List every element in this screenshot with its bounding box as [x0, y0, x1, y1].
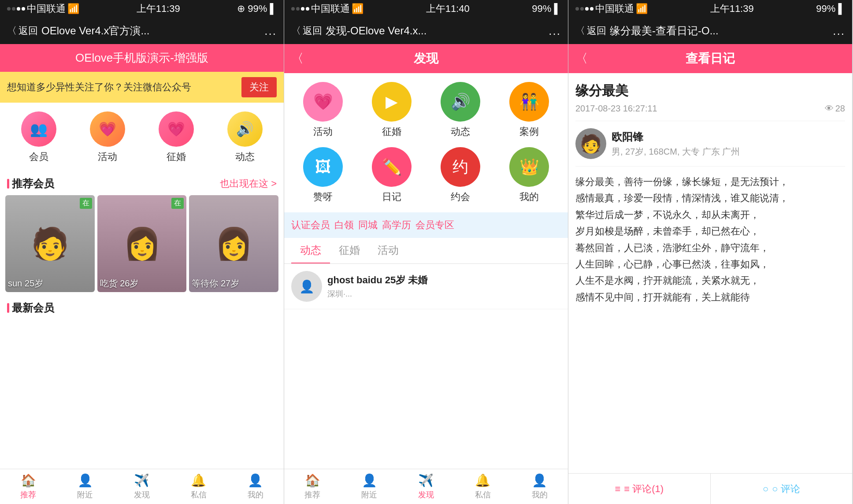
filter-vip[interactable]: 会员专区 — [415, 219, 454, 232]
tab-home-1[interactable]: 🏠 推荐 — [0, 469, 57, 504]
discover-case[interactable]: 👫 案例 — [501, 82, 558, 138]
icon-dynamic[interactable]: 🔊 动态 — [227, 111, 263, 163]
diary-views-count: 28 — [835, 104, 845, 114]
discover-praise[interactable]: 🖼 赞呀 — [294, 147, 352, 204]
discover-mine[interactable]: 👑 我的 — [501, 147, 558, 204]
dot2-2 — [296, 7, 300, 11]
filter-white-collar[interactable]: 白领 — [334, 219, 354, 232]
add-comment-button[interactable]: ○ ○ 评论 — [711, 474, 853, 504]
tab-message-2[interactable]: 🔔 私信 — [454, 469, 511, 504]
filter-local[interactable]: 同城 — [358, 219, 378, 232]
signal-dots-1 — [7, 7, 25, 11]
filter-educated[interactable]: 高学历 — [382, 219, 411, 232]
phone-3: 中国联通 📶 上午11:39 99% ▌ 〈 返回 缘分最美-查看日记-O...… — [568, 0, 853, 504]
member-photo-1[interactable]: 🧑 在 sun 25岁 — [5, 195, 95, 292]
recommend-link[interactable]: 也出现在这 > — [220, 177, 277, 190]
mine-circle: 👑 — [509, 147, 549, 187]
tab-discover-1[interactable]: ✈️ 发现 — [114, 469, 171, 504]
member-photo-2[interactable]: 👩 在 吃货 26岁 — [97, 195, 187, 292]
tab-home-2[interactable]: 🏠 推荐 — [284, 469, 341, 504]
tab-message-label-2: 私信 — [475, 489, 491, 500]
discover-row-2: 🖼 赞呀 ✏️ 日记 约 约会 👑 我的 — [289, 147, 564, 204]
tab-discover-2[interactable]: ✈️ 发现 — [398, 469, 455, 504]
time-3: 上午11:39 — [710, 2, 754, 15]
back-label-2: 返回 — [303, 24, 322, 37]
home-icon-1: 🏠 — [21, 473, 36, 488]
status-bar-1: 中国联通 📶 上午11:39 ⊕ 99% ▌ — [0, 0, 284, 18]
tab-message-1[interactable]: 🔔 私信 — [170, 469, 227, 504]
tab-nearby-1[interactable]: 👤 附近 — [57, 469, 114, 504]
comments-list-button[interactable]: ≡ ≡ 评论(1) — [568, 474, 711, 504]
status-right-2: 99% ▌ — [532, 3, 561, 15]
marriage-disc-label: 征婚 — [382, 125, 401, 138]
feed-scroll[interactable]: 👤 ghost baidu 25岁 未婚 深圳·... — [284, 264, 568, 469]
wifi-icon-2: 📶 — [352, 3, 363, 15]
member-name-1: sun 25岁 — [8, 278, 43, 289]
member-name-3: 等待你 27岁 — [192, 278, 239, 289]
home-icon-2: 🏠 — [305, 473, 320, 488]
discover-icon-2: ✈️ — [418, 473, 434, 488]
member-label: 会员 — [29, 150, 48, 163]
signal-dots-2 — [291, 7, 309, 11]
more-button-3[interactable]: ... — [833, 24, 845, 38]
discover-title: 发现 — [414, 50, 438, 67]
tab-marriage[interactable]: 征婚 — [330, 238, 369, 263]
marriage-label: 征婚 — [167, 150, 186, 163]
status-left-1: 中国联通 📶 — [7, 2, 79, 15]
discover-back-arrow[interactable]: 〈 — [291, 50, 304, 67]
activity-label: 活动 — [98, 150, 117, 163]
discover-marriage[interactable]: ▶ 征婚 — [363, 82, 420, 138]
status-right-1: ⊕ 99% ▌ — [237, 3, 277, 15]
more-button-2[interactable]: ... — [549, 24, 561, 38]
tab-discover-label-1: 发现 — [134, 489, 150, 500]
tab-message-label-1: 私信 — [191, 489, 207, 500]
icon-member[interactable]: 👥 会员 — [21, 111, 56, 163]
more-button-1[interactable]: ... — [264, 24, 277, 38]
battery-1: 99% — [248, 3, 267, 15]
feed-content-1: ghost baidu 25岁 未婚 深圳·... — [327, 274, 561, 299]
diary-author[interactable]: 🧑 欧阳锋 男, 27岁, 168CM, 大专 广东 广州 — [575, 121, 845, 167]
phone-1: 中国联通 📶 上午11:39 ⊕ 99% ▌ 〈 返回 OElove Ver4.… — [0, 0, 284, 504]
back-button-3[interactable]: 〈 返回 — [575, 24, 606, 37]
icon-marriage[interactable]: 💗 征婚 — [159, 111, 194, 163]
comments-list-label: ≡ 评论(1) — [624, 482, 664, 496]
dot3-2 — [580, 7, 584, 11]
member-photo-3[interactable]: 👩 等待你 27岁 — [189, 195, 278, 292]
tab-mine-1[interactable]: 👤 我的 — [227, 469, 284, 504]
nav-title-2: 发现-OElove Ver4.x... — [326, 24, 549, 38]
discover-header: 〈 发现 — [284, 44, 568, 73]
message-icon-2: 🔔 — [475, 473, 490, 488]
tab-nearby-2[interactable]: 👤 附近 — [341, 469, 398, 504]
back-button-2[interactable]: 〈 返回 — [291, 24, 322, 37]
back-chevron-2: 〈 — [291, 24, 301, 37]
back-button-1[interactable]: 〈 返回 — [7, 24, 38, 37]
dynamic-label: 动态 — [235, 150, 255, 163]
wifi-icon-1: 📶 — [67, 3, 79, 15]
discover-diary[interactable]: ✏️ 日记 — [363, 147, 420, 204]
dot2-4 — [306, 7, 309, 11]
follow-button[interactable]: 关注 — [241, 77, 277, 97]
activity-disc-label: 活动 — [313, 125, 333, 138]
diary-title: 缘分最美 — [575, 82, 845, 100]
tab-bar-1: 🏠 推荐 👤 附近 ✈️ 发现 🔔 私信 👤 我的 — [0, 469, 284, 504]
discover-dynamic[interactable]: 🔊 动态 — [432, 82, 489, 138]
tab-activity[interactable]: 活动 — [369, 238, 408, 263]
diary-circle: ✏️ — [372, 147, 412, 187]
discover-activity[interactable]: 💗 活动 — [294, 82, 352, 138]
filter-certified[interactable]: 认证会员 — [291, 219, 330, 232]
tab-mine-2[interactable]: 👤 我的 — [511, 469, 568, 504]
icon-activity[interactable]: 💗 活动 — [90, 111, 125, 163]
feed-item-1[interactable]: 👤 ghost baidu 25岁 未婚 深圳·... — [284, 264, 568, 309]
marriage-circle: ▶ — [372, 82, 412, 122]
case-circle: 👫 — [509, 82, 549, 122]
diary-back-arrow[interactable]: 〈 — [575, 50, 588, 67]
phone-2: 中国联通 📶 上午11:40 99% ▌ 〈 返回 发现-OElove Ver4… — [284, 0, 568, 504]
member-icon: 👥 — [21, 111, 56, 147]
discover-date[interactable]: 约 约会 — [432, 147, 489, 204]
dynamic-disc-label: 动态 — [451, 125, 470, 138]
feed-meta-1: 深圳·... — [327, 289, 561, 299]
recommend-section-header: 推荐会员 也出现在这 > — [0, 172, 284, 195]
date-disc-label: 约会 — [451, 190, 470, 204]
tab-dynamic[interactable]: 动态 — [291, 238, 330, 263]
message-icon-1: 🔔 — [191, 473, 206, 488]
